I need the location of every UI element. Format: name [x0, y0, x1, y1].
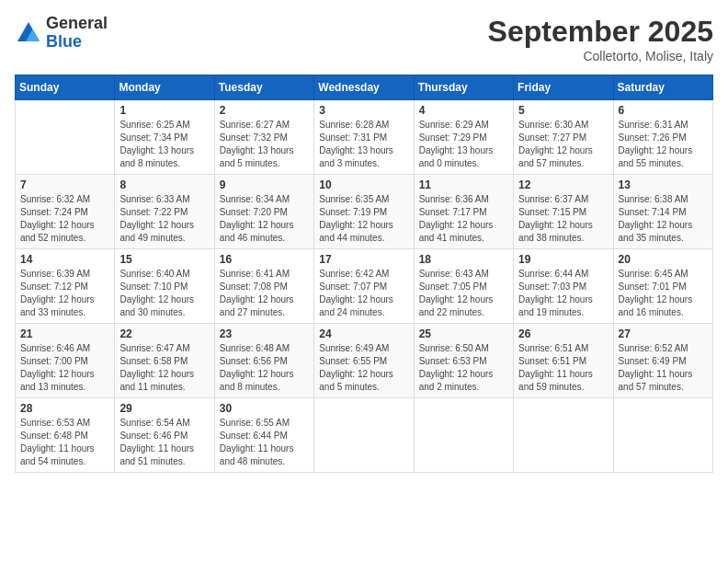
calendar-cell: 10Sunrise: 6:35 AMSunset: 7:19 PMDayligh…: [314, 175, 414, 249]
day-number: 12: [518, 178, 608, 191]
day-number: 14: [20, 253, 109, 266]
day-number: 9: [220, 178, 309, 191]
day-info: Sunrise: 6:32 AMSunset: 7:24 PMDaylight:…: [20, 193, 109, 245]
day-number: 17: [319, 253, 408, 266]
calendar-cell: 30Sunrise: 6:55 AMSunset: 6:44 PMDayligh…: [214, 398, 313, 473]
day-info: Sunrise: 6:37 AMSunset: 7:15 PMDaylight:…: [518, 193, 608, 245]
day-info: Sunrise: 6:38 AMSunset: 7:14 PMDaylight:…: [619, 193, 708, 245]
day-info: Sunrise: 6:28 AMSunset: 7:31 PMDaylight:…: [319, 119, 408, 170]
day-info: Sunrise: 6:48 AMSunset: 6:56 PMDaylight:…: [220, 342, 309, 394]
calendar-cell: 2Sunrise: 6:27 AMSunset: 7:32 PMDaylight…: [214, 100, 313, 175]
logo-text: General Blue: [46, 15, 108, 52]
day-number: 25: [419, 327, 508, 340]
day-header-row: SundayMondayTuesdayWednesdayThursdayFrid…: [16, 75, 713, 100]
day-number: 19: [518, 253, 608, 266]
calendar-cell: 18Sunrise: 6:43 AMSunset: 7:05 PMDayligh…: [414, 249, 513, 324]
day-info: Sunrise: 6:46 AMSunset: 7:00 PMDaylight:…: [20, 342, 109, 394]
day-info: Sunrise: 6:55 AMSunset: 6:44 PMDaylight:…: [220, 417, 309, 468]
day-number: 1: [119, 104, 209, 117]
calendar-cell: 21Sunrise: 6:46 AMSunset: 7:00 PMDayligh…: [16, 324, 115, 398]
page-header: General Blue September 2025 Colletorto, …: [15, 15, 713, 63]
day-number: 30: [220, 402, 309, 415]
day-of-week-header: Saturday: [613, 75, 712, 100]
calendar-cell: 27Sunrise: 6:52 AMSunset: 6:49 PMDayligh…: [613, 324, 712, 398]
calendar-cell: 9Sunrise: 6:34 AMSunset: 7:20 PMDaylight…: [214, 175, 313, 249]
day-number: 3: [319, 104, 408, 117]
day-info: Sunrise: 6:40 AMSunset: 7:10 PMDaylight:…: [119, 268, 209, 319]
calendar-cell: 3Sunrise: 6:28 AMSunset: 7:31 PMDaylight…: [314, 100, 414, 175]
day-of-week-header: Monday: [115, 75, 214, 100]
day-info: Sunrise: 6:51 AMSunset: 6:51 PMDaylight:…: [518, 342, 608, 394]
day-number: 20: [619, 253, 708, 266]
day-info: Sunrise: 6:34 AMSunset: 7:20 PMDaylight:…: [220, 193, 309, 245]
calendar-cell: 11Sunrise: 6:36 AMSunset: 7:17 PMDayligh…: [414, 175, 513, 249]
day-info: Sunrise: 6:31 AMSunset: 7:26 PMDaylight:…: [619, 119, 708, 170]
calendar-week-row: 14Sunrise: 6:39 AMSunset: 7:12 PMDayligh…: [16, 249, 713, 324]
calendar-week-row: 1Sunrise: 6:25 AMSunset: 7:34 PMDaylight…: [16, 100, 713, 175]
logo-icon: [15, 19, 42, 47]
calendar-cell: 22Sunrise: 6:47 AMSunset: 6:58 PMDayligh…: [115, 324, 214, 398]
calendar-cell: 29Sunrise: 6:54 AMSunset: 6:46 PMDayligh…: [115, 398, 214, 473]
day-of-week-header: Thursday: [414, 75, 513, 100]
day-info: Sunrise: 6:42 AMSunset: 7:07 PMDaylight:…: [319, 268, 408, 319]
calendar-cell: 8Sunrise: 6:33 AMSunset: 7:22 PMDaylight…: [115, 175, 214, 249]
calendar-cell: [314, 398, 414, 473]
day-number: 23: [220, 327, 309, 340]
calendar-cell: 7Sunrise: 6:32 AMSunset: 7:24 PMDaylight…: [16, 175, 115, 249]
day-number: 21: [20, 327, 109, 340]
day-info: Sunrise: 6:45 AMSunset: 7:01 PMDaylight:…: [619, 268, 708, 319]
day-number: 15: [119, 253, 209, 266]
day-info: Sunrise: 6:50 AMSunset: 6:53 PMDaylight:…: [419, 342, 508, 394]
calendar-cell: 24Sunrise: 6:49 AMSunset: 6:55 PMDayligh…: [314, 324, 414, 398]
day-number: 29: [119, 402, 209, 415]
calendar-cell: 1Sunrise: 6:25 AMSunset: 7:34 PMDaylight…: [115, 100, 214, 175]
day-info: Sunrise: 6:47 AMSunset: 6:58 PMDaylight:…: [119, 342, 209, 394]
day-number: 13: [619, 178, 708, 191]
calendar-cell: 28Sunrise: 6:53 AMSunset: 6:48 PMDayligh…: [16, 398, 115, 473]
day-number: 22: [119, 327, 209, 340]
day-number: 2: [220, 104, 309, 117]
calendar-cell: 13Sunrise: 6:38 AMSunset: 7:14 PMDayligh…: [613, 175, 712, 249]
day-info: Sunrise: 6:27 AMSunset: 7:32 PMDaylight:…: [220, 119, 309, 170]
day-number: 11: [419, 178, 508, 191]
day-number: 28: [20, 402, 109, 415]
day-number: 16: [220, 253, 309, 266]
day-info: Sunrise: 6:53 AMSunset: 6:48 PMDaylight:…: [20, 417, 109, 468]
calendar-cell: 17Sunrise: 6:42 AMSunset: 7:07 PMDayligh…: [314, 249, 414, 324]
logo-blue: Blue: [46, 33, 108, 52]
calendar-cell: 16Sunrise: 6:41 AMSunset: 7:08 PMDayligh…: [214, 249, 313, 324]
day-number: 10: [319, 178, 408, 191]
day-number: 4: [419, 104, 508, 117]
day-of-week-header: Sunday: [16, 75, 115, 100]
calendar-week-row: 28Sunrise: 6:53 AMSunset: 6:48 PMDayligh…: [16, 398, 713, 473]
location: Colletorto, Molise, Italy: [488, 49, 713, 63]
day-info: Sunrise: 6:44 AMSunset: 7:03 PMDaylight:…: [518, 268, 608, 319]
day-of-week-header: Tuesday: [214, 75, 313, 100]
day-of-week-header: Friday: [514, 75, 613, 100]
calendar-week-row: 7Sunrise: 6:32 AMSunset: 7:24 PMDaylight…: [16, 175, 713, 249]
calendar-cell: 6Sunrise: 6:31 AMSunset: 7:26 PMDaylight…: [613, 100, 712, 175]
day-number: 24: [319, 327, 408, 340]
calendar-table: SundayMondayTuesdayWednesdayThursdayFrid…: [15, 75, 713, 473]
day-info: Sunrise: 6:30 AMSunset: 7:27 PMDaylight:…: [518, 119, 608, 170]
calendar-cell: 25Sunrise: 6:50 AMSunset: 6:53 PMDayligh…: [414, 324, 513, 398]
day-info: Sunrise: 6:35 AMSunset: 7:19 PMDaylight:…: [319, 193, 408, 245]
day-of-week-header: Wednesday: [314, 75, 414, 100]
calendar-cell: 12Sunrise: 6:37 AMSunset: 7:15 PMDayligh…: [514, 175, 613, 249]
day-info: Sunrise: 6:43 AMSunset: 7:05 PMDaylight:…: [419, 268, 508, 319]
calendar-cell: 4Sunrise: 6:29 AMSunset: 7:29 PMDaylight…: [414, 100, 513, 175]
day-number: 6: [619, 104, 708, 117]
day-info: Sunrise: 6:29 AMSunset: 7:29 PMDaylight:…: [419, 119, 508, 170]
calendar-cell: 5Sunrise: 6:30 AMSunset: 7:27 PMDaylight…: [514, 100, 613, 175]
day-info: Sunrise: 6:33 AMSunset: 7:22 PMDaylight:…: [119, 193, 209, 245]
day-number: 27: [619, 327, 708, 340]
day-info: Sunrise: 6:41 AMSunset: 7:08 PMDaylight:…: [220, 268, 309, 319]
day-info: Sunrise: 6:49 AMSunset: 6:55 PMDaylight:…: [319, 342, 408, 394]
day-number: 5: [518, 104, 608, 117]
calendar-cell: 15Sunrise: 6:40 AMSunset: 7:10 PMDayligh…: [115, 249, 214, 324]
calendar-cell: 26Sunrise: 6:51 AMSunset: 6:51 PMDayligh…: [514, 324, 613, 398]
calendar-cell: 14Sunrise: 6:39 AMSunset: 7:12 PMDayligh…: [16, 249, 115, 324]
calendar-cell: 20Sunrise: 6:45 AMSunset: 7:01 PMDayligh…: [613, 249, 712, 324]
calendar-cell: [514, 398, 613, 473]
calendar-cell: [16, 100, 115, 175]
